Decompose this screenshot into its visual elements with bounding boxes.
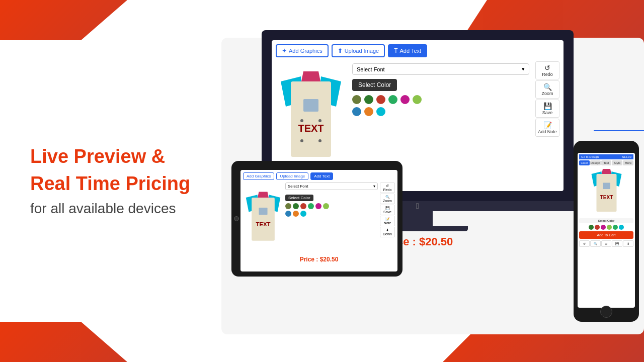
tablet-download-btn[interactable]: ⬇Down [380,227,395,237]
tablet-toolbar: Add Graphics Upload Image Add Text [243,172,395,180]
note-icon: 📝 [537,121,558,129]
phone-tab-row: Color Design Text Style More [579,160,633,165]
add-note-btn[interactable]: 📝 Add Note [535,119,559,137]
tablet-shirt-svg: TEXT [243,183,283,253]
phone-tab-text[interactable]: Text [601,160,612,165]
phone-bottom-tools: ↺ 🔍 ⊞ 💾 ⬇ [579,240,633,247]
zoom-icon: 🔍 [537,83,558,91]
phone-grid-btn[interactable]: ⊞ [601,240,612,247]
svg-rect-13 [252,198,275,241]
phone-dot-1[interactable] [589,225,594,230]
tablet-color-1[interactable] [285,203,291,209]
tablet-upload-image-btn[interactable]: Upload Image [276,172,308,180]
phone-frame: Go to Design $12.99 Color Design Text St… [574,141,639,322]
tablet-color-btn[interactable]: Select Color [285,195,313,201]
monitor-shirt-area: TEXT [276,61,346,172]
graphics-icon: ✦ [282,47,287,54]
color-dot-1[interactable] [352,95,361,104]
phone-color-select[interactable]: Select Color [579,218,633,223]
monitor-stem [403,211,433,226]
phone-tab-style[interactable]: Style [612,160,622,165]
monitor-add-graphics-btn[interactable]: ✦ Add Graphics [276,44,329,57]
tablet-add-text-btn[interactable]: Add Text [310,172,333,180]
color-dot-9[interactable] [376,107,385,116]
tablet-color-8[interactable] [293,211,299,217]
svg-point-7 [318,119,321,122]
tablet-color-5[interactable] [315,203,321,209]
tablet-body: TEXT Select Font ▾ Select Color [243,183,395,253]
price-badge-line [594,130,644,131]
tablet-home-button[interactable] [234,216,239,221]
phone-tab-design[interactable]: Design [590,160,601,165]
tablet-price-area: Price : $20.50 [243,253,395,263]
color-dot-8[interactable] [364,107,373,116]
phone-dot-4[interactable] [607,225,612,230]
price-badge-area: $12.99 [594,111,644,151]
color-dot-2[interactable] [364,95,373,104]
tablet-add-graphics-btn[interactable]: Add Graphics [243,172,274,180]
zoom-btn[interactable]: 🔍 Zoom [535,80,559,99]
redo-btn[interactable]: ↺ Redo [535,61,559,79]
phone-redo-btn[interactable]: ↺ [579,240,590,247]
color-dot-7[interactable] [352,107,361,116]
phone-dot-3[interactable] [601,225,606,230]
phone-tab-color[interactable]: Color [579,160,590,165]
monitor-add-text-btn[interactable]: T Add Text [388,44,427,57]
tablet-color-6[interactable] [323,203,329,209]
phone-save-btn[interactable]: 💾 [612,240,622,247]
tablet-save-btn[interactable]: 💾Save [380,205,395,215]
tablet-color-4[interactable] [308,203,314,209]
chevron-down-icon: ▾ [522,66,525,72]
tablet-color-2[interactable] [293,203,299,209]
svg-text:TEXT: TEXT [256,221,270,227]
phone-download-btn[interactable]: ⬇ [623,240,633,247]
right-panel: ✦ Add Graphics ⬆ Upload Image T Add Text [221,0,644,362]
monitor-upload-image-btn[interactable]: ⬆ Upload Image [332,44,385,57]
svg-point-6 [300,119,303,122]
main-content: Live Preview & Real Time Pricing for all… [0,0,644,362]
svg-rect-19 [596,174,616,212]
tablet-colors-row1 [285,203,378,209]
phone-dot-6[interactable] [619,225,624,230]
tablet-redo-btn[interactable]: ↺Redo [380,183,395,193]
tablet: Add Graphics Upload Image Add Text [231,161,403,277]
phone-dot-5[interactable] [613,225,618,230]
tablet-color-3[interactable] [300,203,306,209]
phone-add-to-cart-btn[interactable]: Add To Cart [579,231,633,239]
tablet-right-tools: ↺Redo 🔍Zoom 💾Save 📝Note ⬇Down [380,183,395,253]
tablet-font-select[interactable]: Select Font ▾ [285,183,378,190]
tablet-chevron-icon: ▾ [373,184,375,189]
tablet-note-btn[interactable]: 📝Note [380,216,395,226]
monitor-color-btn[interactable]: Select Color [352,79,397,91]
save-btn[interactable]: 💾 Save [535,100,559,118]
redo-icon: ↺ [537,64,558,72]
monitor-body: TEXT Select Font [276,61,559,172]
tablet-color-9[interactable] [300,211,306,217]
phone-zoom-btn[interactable]: 🔍 [590,240,601,247]
svg-rect-20 [603,183,610,190]
headline-subtext: for all available devices [30,201,191,217]
phone: Go to Design $12.99 Color Design Text St… [574,141,639,322]
tablet-color-7[interactable] [285,211,291,217]
phone-color-dots [579,225,633,230]
tablet-screen: Add Graphics Upload Image Add Text [240,170,397,272]
color-dot-4[interactable] [388,95,397,104]
monitor-colors-row1 [352,95,529,104]
phone-tab-more[interactable]: More [623,160,633,165]
tablet-zoom-btn[interactable]: 🔍Zoom [380,194,395,204]
monitor-colors-row2 [352,107,529,116]
phone-home-button[interactable] [600,306,612,318]
color-dot-6[interactable] [413,95,422,104]
phone-price-header: $12.99 [622,155,631,158]
phone-shirt-svg: TEXT [588,166,625,217]
tablet-price: Price : $20.50 [300,256,339,263]
upload-icon: ⬆ [338,47,343,54]
color-dot-3[interactable] [376,95,385,104]
phone-header: Go to Design $12.99 [579,154,633,159]
tablet-frame: Add Graphics Upload Image Add Text [231,161,403,277]
svg-text:TEXT: TEXT [600,195,613,200]
monitor-font-select[interactable]: Select Font ▾ [352,63,529,75]
phone-dot-2[interactable] [595,225,600,230]
color-dot-5[interactable] [400,95,410,104]
svg-rect-14 [259,208,267,215]
